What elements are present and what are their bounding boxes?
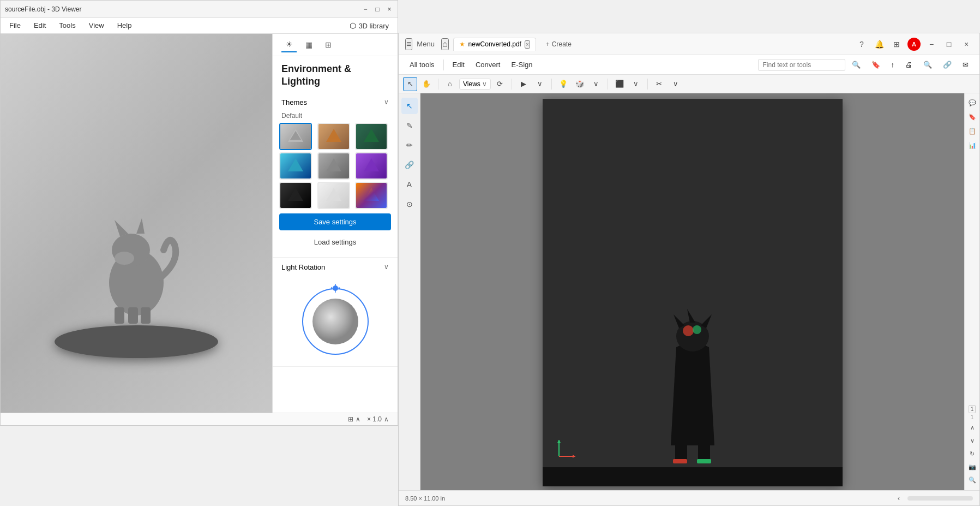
bottom-item-grid: ⊞ ∧ (348, 415, 360, 423)
theme-item-light[interactable] (317, 182, 350, 209)
pdf-page-total: 1 (971, 414, 974, 420)
bg-btn[interactable]: ⬛ (612, 77, 627, 91)
pdf-3d-content (543, 99, 843, 486)
pdf-bookmark-btn[interactable]: 🔖 (867, 59, 885, 70)
rotate-btn[interactable]: ⟳ (493, 77, 507, 91)
edit-btn[interactable]: Edit (448, 59, 469, 70)
theme-item-teal[interactable] (279, 152, 312, 180)
themes-chevron-icon: ∨ (384, 98, 389, 106)
cross-section-btn[interactable]: ✂ (652, 77, 666, 91)
pdf-sidebar-text-btn[interactable]: A (401, 176, 418, 193)
menu-edit[interactable]: Edit (32, 20, 48, 31)
play-btn[interactable]: ▶ (516, 77, 531, 91)
pdf-right-comment-btn[interactable]: 💬 (966, 97, 978, 109)
menu-file[interactable]: File (7, 20, 23, 31)
light-dial[interactable] (297, 283, 374, 360)
viewer-title-bar: sourceFile.obj - 3D Viewer − □ × (1, 1, 398, 18)
light-rotation-header[interactable]: Light Rotation ∨ (273, 258, 398, 277)
pdf-zoom-btn[interactable]: 🔍 (919, 59, 936, 70)
viewer-close-btn[interactable]: × (386, 5, 393, 13)
svg-rect-6 (128, 307, 138, 324)
pdf-apps-btn[interactable]: ⊞ (890, 38, 903, 51)
theme-item-warm[interactable] (317, 123, 350, 150)
pdf-refresh-btn[interactable]: ↻ (966, 448, 978, 460)
render-dropdown-btn[interactable]: ∨ (589, 77, 603, 91)
pdf-right-copy-btn[interactable]: 📋 (966, 125, 978, 137)
theme-item-purple[interactable] (355, 152, 388, 180)
pdf-menu-btn[interactable]: ≡ (405, 38, 412, 50)
library-btn[interactable]: ⬡ 3D library (347, 20, 391, 31)
pdf-new-tab-btn[interactable]: + Create (540, 38, 577, 50)
bg-dropdown-btn[interactable]: ∨ (629, 77, 643, 91)
all-tools-btn[interactable]: All tools (405, 59, 439, 70)
pdf-search-input[interactable] (758, 59, 845, 71)
pdf-right-bookmark-btn[interactable]: 🔖 (966, 111, 978, 123)
pdf-toolbar: All tools Edit Convert E-Sign 🔍 🔖 ↑ 🖨 🔍 … (399, 55, 979, 75)
pdf-tab-close-btn[interactable]: × (525, 40, 530, 49)
pdf-print-btn[interactable]: 🖨 (901, 59, 917, 70)
convert-btn[interactable]: Convert (471, 59, 505, 70)
viewer-title: sourceFile.obj - 3D Viewer (5, 5, 82, 13)
pdf-close-btn[interactable]: × (960, 38, 973, 51)
pdf-minimize-btn[interactable]: − (925, 38, 938, 51)
pdf-page-down-btn[interactable]: ∨ (966, 434, 978, 447)
panel-toolbar-grid-btn[interactable]: ▦ (301, 37, 316, 52)
pdf-share-btn[interactable]: ↑ (887, 59, 899, 70)
svg-rect-36 (697, 459, 711, 463)
svg-marker-12 (288, 158, 303, 171)
pdf-search-btn[interactable]: 🔍 (847, 59, 865, 70)
pdf-sidebar-annotation-btn[interactable]: ✎ (401, 117, 418, 134)
viewer-menu-bar: File Edit Tools View Help ⬡ 3D library (1, 18, 398, 34)
pdf-notify-btn[interactable]: 🔔 (873, 38, 886, 51)
pdf-home-btn[interactable]: ⌂ (441, 38, 449, 50)
home-view-btn[interactable]: ⌂ (443, 77, 457, 91)
theme-item-dark-green[interactable] (355, 123, 388, 150)
select-tool-btn[interactable]: ↖ (403, 77, 417, 91)
menu-help[interactable]: Help (115, 20, 134, 31)
svg-marker-3 (136, 218, 145, 234)
save-settings-btn[interactable]: Save settings (279, 213, 391, 230)
render-btn[interactable]: 🎲 (573, 77, 587, 91)
views-dropdown[interactable]: Views ∨ (459, 79, 491, 90)
pdf-mail-btn[interactable]: ✉ (958, 59, 973, 70)
pdf-sidebar-stamp-btn[interactable]: ⊙ (401, 196, 418, 212)
grid-icon: ⊞ (348, 415, 353, 423)
theme-item-multi[interactable] (355, 182, 388, 209)
pdf-maximize-btn[interactable]: □ (942, 38, 955, 51)
theme-preview-light (318, 183, 349, 208)
viewer-minimize-btn[interactable]: − (362, 5, 369, 13)
esign-btn[interactable]: E-Sign (507, 59, 537, 70)
svg-rect-34 (698, 443, 710, 462)
pdf-sidebar-cursor-btn[interactable]: ↖ (401, 98, 418, 114)
panel-toolbar-table-btn[interactable]: ⊞ (321, 37, 336, 52)
hand-tool-btn[interactable]: ✋ (419, 77, 434, 91)
theme-item-gray[interactable] (279, 123, 312, 150)
pdf-screenshot-btn[interactable]: 📷 (966, 461, 978, 473)
pdf-link-btn[interactable]: 🔗 (939, 59, 956, 70)
pdf-scroll-left-btn[interactable]: ‹ (893, 493, 904, 504)
pdf-help-btn[interactable]: ? (855, 38, 868, 51)
cross-dropdown-btn[interactable]: ∨ (669, 77, 683, 91)
theme-item-black[interactable] (279, 182, 312, 209)
theme-preview-teal (280, 153, 311, 178)
pdf-sidebar-pencil-btn[interactable]: ✏ (401, 137, 418, 153)
themes-section-header[interactable]: Themes ∨ (273, 93, 398, 112)
pdf-left-sidebar: ↖ ✎ ✏ 🔗 A ⊙ (399, 93, 420, 490)
panel-toolbar-env-btn[interactable]: ☀ (281, 37, 297, 52)
menu-view[interactable]: View (87, 20, 106, 31)
pdf-right-chart-btn[interactable]: 📊 (966, 139, 978, 151)
pdf-page-up-btn[interactable]: ∧ (966, 421, 978, 433)
svg-point-20 (333, 285, 338, 291)
pdf-tab[interactable]: ★ newConverted.pdf × (453, 38, 536, 51)
menu-tools[interactable]: Tools (57, 20, 77, 31)
viewer-maximize-btn[interactable]: □ (374, 5, 381, 13)
themes-section: Themes ∨ Default (273, 93, 398, 258)
theme-item-mid-gray[interactable] (317, 152, 350, 180)
pdf-zoom-in-btn[interactable]: 🔍 (966, 474, 978, 486)
load-settings-btn[interactable]: Load settings (279, 234, 391, 251)
panel-title: Environment & Lighting (281, 63, 389, 88)
pdf-page-nav: 1 1 ∧ ∨ ↻ 📷 🔍 (966, 405, 978, 490)
pdf-sidebar-link-btn[interactable]: 🔗 (401, 157, 418, 173)
play-dropdown-btn[interactable]: ∨ (533, 77, 547, 91)
light-btn[interactable]: 💡 (556, 77, 570, 91)
